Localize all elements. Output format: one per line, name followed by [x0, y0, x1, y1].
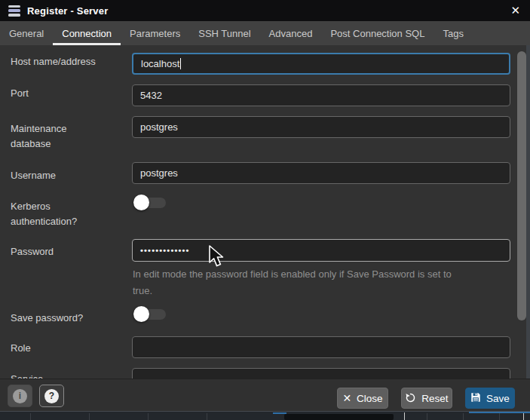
background-window-edge — [526, 45, 530, 411]
connection-form: Host name/address localhost Port 5432 Ma… — [0, 45, 530, 379]
text-caret — [180, 58, 181, 69]
username-label: Username — [11, 168, 120, 183]
tab-tags[interactable]: Tags — [433, 21, 472, 45]
kerberos-toggle[interactable] — [133, 195, 167, 211]
role-label: Role — [11, 341, 120, 356]
username-input[interactable]: postgres — [132, 162, 510, 184]
host-label: Host name/address — [11, 54, 120, 69]
port-value: 5432 — [140, 90, 162, 101]
register-server-dialog: Register - Server ✕ General Connection P… — [0, 0, 530, 420]
accent-fragment — [273, 412, 286, 414]
question-mark-icon: ? — [44, 389, 59, 403]
panel-divider — [523, 412, 524, 420]
grid-divider — [30, 413, 31, 420]
grid-divider — [89, 413, 90, 420]
close-x-icon: ✕ — [342, 393, 351, 403]
kerberos-label: Kerberos authentication? — [11, 199, 120, 229]
maintenance-db-label: Maintenance database — [11, 121, 120, 152]
sql-info-button[interactable]: i — [8, 385, 32, 407]
grid-divider — [499, 413, 500, 420]
save-button[interactable]: Save — [465, 388, 515, 409]
toggle-knob — [133, 306, 149, 322]
password-input[interactable]: ••••••••••••• — [132, 239, 510, 262]
server-icon-bar — [8, 5, 20, 8]
reset-button[interactable]: Reset — [401, 388, 452, 409]
username-value: postgres — [140, 167, 178, 179]
close-button[interactable]: ✕ Close — [337, 388, 388, 409]
background-scrollbar — [284, 414, 394, 420]
close-icon[interactable]: ✕ — [510, 0, 520, 21]
host-value: localhost — [141, 58, 179, 69]
tab-connection[interactable]: Connection — [53, 21, 121, 45]
tab-ssh-tunnel[interactable]: SSH Tunnel — [189, 21, 259, 45]
service-input[interactable] — [132, 368, 510, 379]
tab-parameters[interactable]: Parameters — [121, 21, 189, 45]
save-password-label: Save password? — [11, 311, 120, 326]
port-label: Port — [11, 86, 120, 101]
role-input[interactable] — [132, 336, 510, 358]
tab-post-connection-sql[interactable]: Post Connection SQL — [321, 21, 433, 45]
dialog-titlebar: Register - Server ✕ — [0, 0, 530, 21]
reset-button-label: Reset — [421, 393, 448, 404]
floppy-save-icon — [470, 392, 481, 404]
grid-divider — [207, 413, 207, 420]
panel-divider — [404, 412, 405, 420]
port-input[interactable]: 5432 — [132, 84, 510, 106]
server-icon — [8, 5, 20, 17]
toggle-knob — [133, 195, 149, 210]
grid-divider — [463, 413, 464, 420]
tab-advanced[interactable]: Advanced — [260, 21, 322, 45]
dialog-footer: i ? ✕ Close Reset Save — [0, 379, 530, 411]
dialog-tabbar: General Connection Parameters SSH Tunnel… — [0, 21, 530, 45]
save-password-toggle[interactable] — [133, 306, 167, 323]
password-masked-value: ••••••••••••• — [140, 246, 190, 255]
reset-undo-icon — [405, 392, 416, 405]
server-icon-bar — [8, 9, 20, 12]
password-label: Password — [11, 244, 120, 259]
help-button[interactable]: ? — [39, 385, 64, 407]
service-label: Service — [11, 372, 120, 379]
close-button-label: Close — [357, 393, 383, 404]
maintenance-db-value: postgres — [140, 121, 178, 133]
grid-divider — [427, 413, 427, 420]
save-button-label: Save — [486, 393, 510, 404]
maintenance-db-input[interactable]: postgres — [132, 116, 510, 138]
host-input[interactable]: localhost — [132, 53, 510, 75]
vertical-scrollbar-thumb[interactable] — [517, 51, 526, 320]
info-icon: i — [13, 389, 27, 403]
grid-divider — [148, 413, 149, 420]
dialog-title: Register - Server — [27, 5, 108, 17]
active-tab-accent — [469, 412, 530, 413]
background-app-strip — [0, 411, 530, 420]
tab-general[interactable]: General — [0, 21, 53, 45]
server-icon-bar — [8, 14, 20, 17]
password-helper-text: In edit mode the password field is enabl… — [133, 266, 510, 299]
